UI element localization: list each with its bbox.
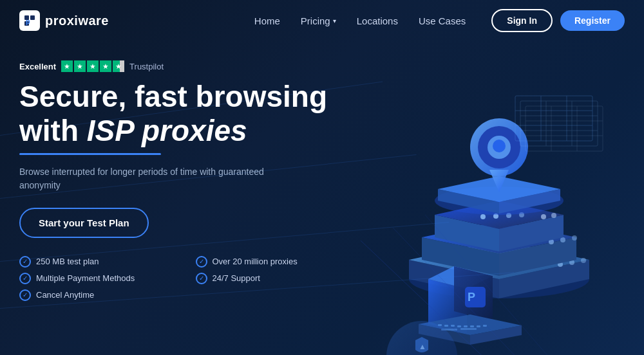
register-button[interactable]: Register [560,10,625,31]
star-5-half: ★ [113,60,124,72]
feature-4: ✓ 24/7 Support [196,273,353,284]
star-3: ★ [87,60,99,72]
feature-5: ✓ Cancel Anytime [19,289,176,301]
feature-2: ✓ Over 20 million proxies [196,256,353,268]
feature-1: ✓ 250 MB test plan [19,256,176,268]
trustpilot-stars: ★ ★ ★ ★ ★ [61,60,124,72]
star-1: ★ [61,60,73,72]
hero-content: Excellent ★ ★ ★ ★ ★ Trustpilot Secure, f… [19,54,352,342]
nav-home[interactable]: Home [254,15,280,26]
title-underline [19,153,161,155]
hero-subtitle: Browse interrupted for longer periods of… [19,165,264,192]
logo-icon: p [19,10,40,31]
trustpilot-brand: Trustpilot [129,62,164,71]
nav-actions: Sign In Register [491,9,625,32]
check-icon-4: ✓ [196,273,207,284]
nav-use-cases[interactable]: Use Cases [419,15,466,26]
hero-title: Secure, fast browsing with ISP proxies [19,80,352,148]
trustpilot-row: Excellent ★ ★ ★ ★ ★ Trustpilot [19,60,352,72]
check-icon-5: ✓ [19,289,31,301]
check-icon-1: ✓ [19,256,31,268]
trustpilot-excellent: Excellent [19,62,56,71]
check-icon-3: ✓ [19,273,31,284]
hero-title-emphasis: ISP proxies [87,114,247,147]
logo[interactable]: p proxiware [19,10,109,31]
brand-name: proxiware [45,14,109,28]
signin-button[interactable]: Sign In [491,9,553,32]
feature-3: ✓ Multiple Payment Methods [19,273,176,284]
features-grid: ✓ 250 MB test plan ✓ Over 20 million pro… [19,256,352,301]
nav-locations[interactable]: Locations [357,15,398,26]
chevron-down-icon: ▾ [333,17,336,24]
check-icon-2: ✓ [196,256,207,268]
navbar: p proxiware Home Pricing ▾ Locations Use… [0,0,644,41]
svg-text:p: p [26,17,30,25]
nav-pricing[interactable]: Pricing ▾ [301,15,336,26]
svg-rect-2 [30,15,35,20]
star-2: ★ [74,60,86,72]
nav-links: Home Pricing ▾ Locations Use Cases [254,15,466,26]
hero-section: Excellent ★ ★ ★ ★ ★ Trustpilot Secure, f… [0,41,644,355]
star-4: ★ [100,60,111,72]
cta-button[interactable]: Start your Test Plan [19,208,149,238]
